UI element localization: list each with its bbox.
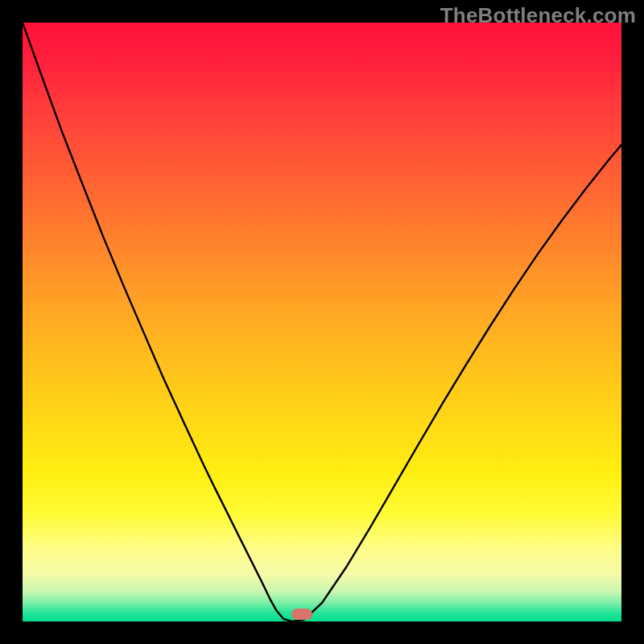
curve-path [23,23,621,621]
minimum-marker [291,609,312,620]
bottleneck-curve [23,23,621,621]
watermark-text: TheBottleneck.com [440,3,636,28]
chart-frame: TheBottleneck.com [0,0,644,644]
